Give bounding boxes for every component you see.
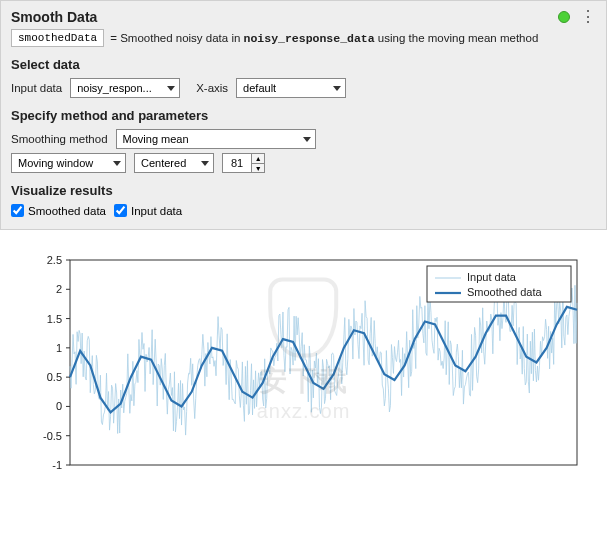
xaxis-label: X-axis <box>196 82 228 94</box>
chevron-down-icon <box>167 86 175 91</box>
section-visualize-title: Visualize results <box>11 183 596 198</box>
chevron-down-icon <box>113 161 121 166</box>
section-method-title: Specify method and parameters <box>11 108 596 123</box>
more-options-icon[interactable]: ⋮ <box>580 9 596 25</box>
chart-area: 安下载 anxz.com ↖ -1-0.500.511.522.5Input d… <box>0 230 607 470</box>
svg-text:2: 2 <box>56 283 62 295</box>
output-variable-description: = Smoothed noisy data in noisy_response_… <box>110 32 538 45</box>
legend-item: Input data <box>467 271 517 283</box>
panel-header: Smooth Data ⋮ <box>11 9 596 25</box>
window-type-dropdown[interactable]: Moving window <box>11 153 126 173</box>
task-panel: Smooth Data ⋮ smoothedData = Smoothed no… <box>0 0 607 230</box>
panel-title: Smooth Data <box>11 9 97 25</box>
svg-text:0: 0 <box>56 400 62 412</box>
output-variable-name[interactable]: smoothedData <box>11 29 104 47</box>
svg-text:-1: -1 <box>52 459 62 470</box>
smoothing-method-label: Smoothing method <box>11 133 108 145</box>
window-align-dropdown[interactable]: Centered <box>134 153 214 173</box>
input-data-label: Input data <box>11 82 62 94</box>
chevron-down-icon <box>303 137 311 142</box>
output-variable-row: smoothedData = Smoothed noisy data in no… <box>11 29 596 47</box>
xaxis-dropdown[interactable]: default <box>236 78 346 98</box>
input-data-dropdown[interactable]: noisy_respon... <box>70 78 180 98</box>
svg-text:1: 1 <box>56 342 62 354</box>
svg-text:2.5: 2.5 <box>47 254 62 266</box>
window-span-spinner[interactable]: 81 ▲ ▼ <box>222 153 265 173</box>
line-chart: -1-0.500.511.522.5Input dataSmoothed dat… <box>10 250 597 470</box>
input-data-checkbox[interactable]: Input data <box>114 204 182 217</box>
svg-text:0.5: 0.5 <box>47 371 62 383</box>
status-indicator-icon <box>558 11 570 23</box>
spinner-up-icon[interactable]: ▲ <box>252 154 264 163</box>
svg-text:-0.5: -0.5 <box>43 430 62 442</box>
chevron-down-icon <box>333 86 341 91</box>
smoothing-method-dropdown[interactable]: Moving mean <box>116 129 316 149</box>
smoothed-data-checkbox[interactable]: Smoothed data <box>11 204 106 217</box>
chevron-down-icon <box>201 161 209 166</box>
spinner-down-icon[interactable]: ▼ <box>252 163 264 172</box>
legend-item: Smoothed data <box>467 286 542 298</box>
svg-text:1.5: 1.5 <box>47 313 62 325</box>
section-select-data-title: Select data <box>11 57 596 72</box>
